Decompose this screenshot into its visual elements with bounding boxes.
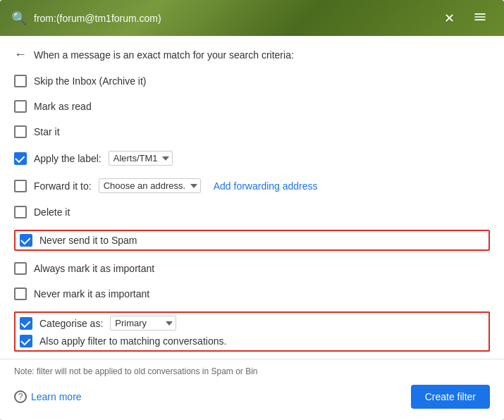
- mark-as-read-label: Mark as read: [34, 101, 92, 112]
- never-important-label: Never mark it as important: [34, 288, 149, 299]
- option-apply-label: Apply the label: Alerts/TM1 Inbox Sent D…: [14, 149, 490, 167]
- forwarding-select-wrapper: Choose an address.: [99, 178, 201, 193]
- forward-it-checkbox[interactable]: [14, 180, 27, 192]
- always-important-checkbox[interactable]: [14, 262, 27, 275]
- option-star-it: Star it: [14, 124, 490, 140]
- always-important-label: Always mark it as important: [34, 263, 154, 274]
- delete-it-checkbox[interactable]: [14, 206, 27, 218]
- never-spam-label: Never send it to Spam: [39, 235, 137, 246]
- option-never-spam: Never send it to Spam: [14, 230, 490, 251]
- option-never-important: Never mark it as important: [14, 286, 490, 302]
- dialog-body: ← When a message is an exact match for y…: [0, 36, 504, 359]
- categorise-checkbox[interactable]: [20, 317, 32, 330]
- dialog-footer: Note: filter will not be applied to old …: [0, 359, 504, 420]
- criteria-label: When a message is an exact match for you…: [34, 49, 294, 61]
- filter-dialog: 🔍 from:(forum@tm1forum.com) ✕ ← When a m…: [0, 0, 504, 420]
- category-select-wrapper: Primary Social Promotions Updates Forums: [110, 316, 176, 331]
- learn-more-link[interactable]: Learn more: [31, 391, 82, 402]
- option-always-important: Always mark it as important: [14, 261, 490, 276]
- delete-it-label: Delete it: [34, 206, 70, 218]
- categorise-label-text: Categorise as:: [39, 318, 103, 329]
- note-text: Note: filter will not be applied to old …: [14, 366, 490, 376]
- search-icon: 🔍: [11, 11, 27, 26]
- option-also-apply: Also apply filter to matching conversati…: [14, 333, 490, 352]
- star-it-label: Star it: [34, 126, 60, 137]
- option-mark-as-read: Mark as read: [14, 99, 490, 114]
- label-select[interactable]: Alerts/TM1 Inbox Sent Drafts: [109, 151, 173, 166]
- also-apply-checkbox[interactable]: [20, 335, 32, 347]
- never-important-checkbox[interactable]: [14, 288, 27, 300]
- help-icon[interactable]: ?: [14, 390, 27, 403]
- forwarding-address-select[interactable]: Choose an address.: [99, 178, 201, 193]
- back-row: ← When a message is an exact match for y…: [14, 47, 490, 62]
- search-query-text: from:(forum@tm1forum.com): [34, 13, 431, 24]
- close-button[interactable]: ✕: [438, 9, 460, 27]
- add-forwarding-link[interactable]: Add forwarding address: [214, 180, 318, 192]
- forward-it-label: Forward it to:: [34, 180, 92, 192]
- also-apply-label: Also apply filter to matching conversati…: [39, 335, 226, 347]
- never-spam-checkbox[interactable]: [20, 234, 32, 247]
- skip-inbox-checkbox[interactable]: [14, 75, 27, 87]
- learn-more-row: ? Learn more: [14, 390, 82, 403]
- option-forward-it: Forward it to: Choose an address. Add fo…: [14, 177, 490, 194]
- option-skip-inbox: Skip the Inbox (Archive it): [14, 73, 490, 89]
- dialog-header: 🔍 from:(forum@tm1forum.com) ✕: [0, 0, 504, 36]
- option-categorise: Categorise as: Primary Social Promotions…: [14, 311, 490, 333]
- mark-as-read-checkbox[interactable]: [14, 100, 27, 113]
- apply-label-text: Apply the label:: [34, 153, 102, 164]
- back-arrow-icon[interactable]: ←: [14, 47, 27, 62]
- star-it-checkbox[interactable]: [14, 125, 27, 138]
- create-filter-button[interactable]: Create filter: [411, 385, 490, 409]
- apply-label-checkbox[interactable]: [14, 152, 27, 165]
- skip-inbox-label: Skip the Inbox (Archive it): [34, 75, 147, 87]
- label-select-wrapper: Alerts/TM1 Inbox Sent Drafts: [109, 151, 173, 166]
- footer-actions: ? Learn more Create filter: [14, 385, 490, 409]
- category-select[interactable]: Primary Social Promotions Updates Forums: [110, 316, 176, 331]
- option-delete-it: Delete it: [14, 204, 490, 220]
- settings-button[interactable]: [467, 7, 493, 29]
